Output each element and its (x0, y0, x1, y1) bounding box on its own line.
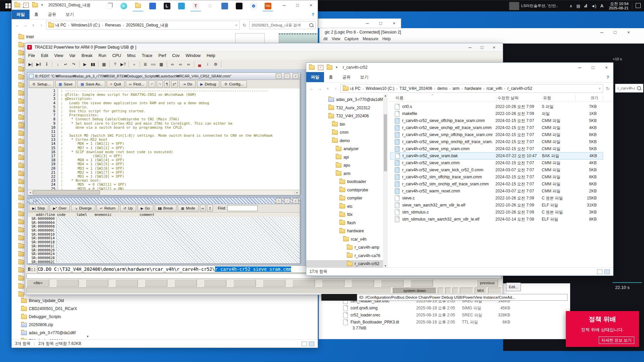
quick-access-check-icon[interactable]: ✓ (318, 65, 323, 70)
peripherals-icon[interactable]: ▩ (158, 61, 165, 68)
softkey-blank[interactable] (115, 279, 138, 287)
close-icon[interactable]: × (304, 0, 318, 10)
address-breadcrumb[interactable]: 내 PC›Windows10 (C:)›Renesas›20250821_Deb… (46, 21, 240, 29)
column-headers[interactable]: 이름수정한 날짜유형크기^ (389, 94, 613, 102)
softkey-blank[interactable] (292, 279, 315, 287)
tree-item-cbd2400501_d01_rcarx[interactable]: CBD2400501_D01_RCarX (21, 305, 77, 312)
list-titlebar[interactable]: B:: ─ ▫ × (28, 198, 300, 204)
popup-details-button[interactable]: 자세한 정보 보기 (599, 337, 634, 344)
help-icon[interactable]: ? (312, 12, 314, 17)
help-icon[interactable]: ? (606, 75, 609, 80)
file-row[interactable]: stm_stimulus_ram_aarch32_arm_v8r_le.elf2… (390, 216, 603, 223)
list-button-diverge[interactable]: ↘Diverge (71, 205, 95, 212)
dump-icon[interactable]: 010 (150, 61, 157, 68)
file-row[interactable]: r_carv4h-cr52_sieve_smp_onchip_etf_trace… (390, 138, 603, 145)
pedit-titlebar[interactable]: B::PEDIT "C:₩Renesas₩adas_prk_3_r770₩BSW… (28, 73, 300, 80)
edit-icon[interactable]: ▦ (100, 61, 108, 68)
file-row[interactable]: makefile2022-10-26 오전 7:09파일1KB (390, 110, 603, 117)
breadcrumb-segment[interactable]: arm (452, 86, 460, 91)
softkey-blank[interactable] (381, 279, 404, 287)
pedit-hscrollbar[interactable]: ◂ ▸ (28, 190, 300, 195)
context-help-icon[interactable]: ▶? (119, 61, 127, 68)
sysinfo-icon[interactable]: i (204, 61, 211, 68)
column-header-addr-line[interactable]: addr/line (29, 213, 55, 217)
menu-edit[interactable]: Edit (38, 53, 51, 58)
taskbar-app-logic-app[interactable]: L (160, 0, 174, 11)
file-row[interactable]: r_carv4h-cr52_sieve_offchip_trace_sram.c… (390, 117, 603, 124)
pedit-button-[interactable]: ±* (171, 80, 178, 88)
start-button[interactable] (0, 0, 16, 11)
redo-icon[interactable]: ↷ (70, 61, 77, 68)
tree-item-bin[interactable]: bin (306, 121, 383, 128)
taskbar-app-teraterm[interactable]: T (189, 0, 203, 11)
pedit-button-find[interactable]: ∞Find... (126, 80, 148, 88)
maximize-icon[interactable]: □ (586, 63, 600, 72)
taskbar-app-settings[interactable]: ⚙ (203, 0, 217, 11)
tree-item-20250806-zip[interactable]: 20250806.zip (21, 321, 53, 328)
tree-item-etc[interactable]: etc (306, 203, 383, 210)
pedit-button-config[interactable]: ⚙Config... (221, 80, 247, 88)
breadcrumb-segment[interactable]: 내 PC (350, 86, 361, 92)
tree-item-hardware[interactable]: hardware (306, 227, 383, 235)
thumbnail-view-icon[interactable] (604, 269, 610, 274)
logic-menu-measure[interactable]: Measure (363, 37, 382, 41)
minimize-icon[interactable]: ─ (277, 0, 291, 10)
file-row[interactable]: conf.qnx6.simg2025-08-19 오후 2:05SIMG 파일4… (343, 305, 510, 311)
logic-menu-capture[interactable]: Capture (344, 37, 363, 41)
quick-access-folder-icon[interactable] (327, 65, 332, 70)
menu-run[interactable]: Run (96, 53, 109, 58)
tree-item-t32_aurix_202312[interactable]: T32_Aurix_202312 (306, 104, 383, 112)
list-button-return[interactable]: ↵Return (97, 205, 119, 212)
tree-item-r_carv4h-amp[interactable]: r_carv4h-amp (306, 244, 383, 251)
tree-item-intel[interactable]: Intel (18, 33, 34, 41)
quick-access-folder-icon[interactable] (32, 3, 38, 7)
pedit-button-[interactable]: ↶ (149, 80, 155, 88)
scroll-down-icon[interactable]: ▼ (383, 264, 388, 267)
titlebar[interactable]: T TRACE32 PowerView for ARM 0 [Power Deb… (25, 43, 503, 52)
tree-item-apu[interactable]: apu (306, 162, 383, 169)
maximize-icon[interactable]: □ (476, 43, 488, 51)
ribbon-tab-3[interactable]: 보기 (61, 10, 79, 19)
taskbar-app-edge[interactable]: e (116, 0, 131, 11)
tree-item-rcar_v4h[interactable]: rcar_v4h (306, 236, 383, 243)
breadcrumb-segment[interactable]: demo (437, 86, 447, 91)
maximize-icon[interactable]: □ (608, 28, 622, 36)
tree-item-adas_prk_3-r770-da1d6f[interactable]: adas_prk_3-r770@da1d6f (21, 329, 76, 337)
pedit-button-saveas[interactable]: ▦Save As.. (77, 80, 105, 88)
list-body[interactable]: SR:00000000SR:00000004SR:00000008SR:0000… (28, 217, 300, 263)
pedit-button-do[interactable]: ⇥Do (179, 80, 196, 88)
tree-item-debugger_scripts[interactable]: Debugger_Scripts (21, 313, 61, 320)
tree-scrollbar[interactable]: ▲ ▼ (383, 94, 388, 267)
watch-icon[interactable]: ∞ (177, 61, 184, 68)
close-icon[interactable]: × (292, 73, 299, 79)
list-icon[interactable]: ≣ (142, 61, 149, 68)
maximize-icon[interactable]: ▫ (284, 73, 290, 79)
list-view-icon[interactable] (302, 342, 307, 346)
breadcrumb-segment[interactable]: Renesas (105, 23, 121, 27)
tree-item-t32_aurix_202312[interactable]: T32_Aurix_202312 (21, 337, 63, 340)
logic-menu-help[interactable]: Help (382, 37, 395, 41)
address-breadcrumb[interactable]: 내 PC›Windows10 (C:)›T32_V4H_202406›demo›… (340, 84, 603, 93)
tree-item-demo[interactable]: demo (306, 137, 383, 144)
minimize-icon[interactable]: ─ (464, 43, 476, 51)
menu-view[interactable]: View (51, 53, 66, 58)
close-icon[interactable]: × (292, 198, 299, 203)
up-icon[interactable]: ↑ (38, 23, 45, 28)
breadcrumb-segment[interactable]: T32_V4H_202406 (399, 86, 432, 91)
list-view-icon[interactable] (597, 269, 602, 274)
file-row[interactable]: r_carv4h-cr52_sieve_sram.cmm2024-02-15 오… (390, 160, 603, 166)
tree-item-r_carv4h-ca76[interactable]: r_carv4h-ca76 (306, 252, 383, 259)
softkey-previous[interactable]: previous (477, 279, 498, 287)
menu-cov[interactable]: Cov (169, 53, 182, 58)
news-ticker[interactable]: LS마린솔루션, '신안.. (521, 3, 568, 8)
step-out-icon[interactable]: ↧ (43, 61, 50, 68)
tree-item-analyzer[interactable]: analyzer (306, 145, 383, 153)
stop-icon[interactable]: ● (130, 61, 138, 68)
menu-window[interactable]: Window (182, 53, 203, 58)
file-thumbnail-page[interactable] (235, 33, 265, 44)
quick-access-check-icon[interactable]: ✓ (23, 3, 29, 8)
list-button-step[interactable]: ▶|Step (29, 205, 48, 212)
file-row[interactable]: sieve.c2022-10-26 오전 7:09C 원본 파일15KB (390, 195, 603, 201)
return-icon[interactable]: ↵ (62, 61, 69, 68)
step-over-icon[interactable]: ▶‖ (35, 61, 42, 68)
